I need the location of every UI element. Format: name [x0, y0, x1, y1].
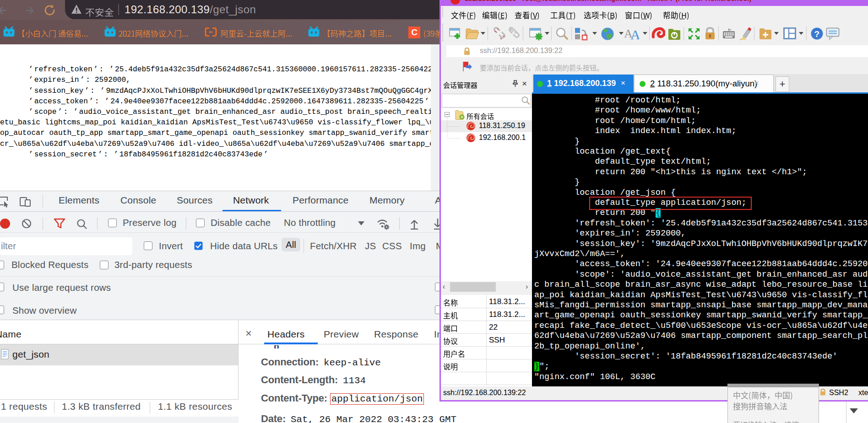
svg-text:A: A	[630, 27, 639, 41]
svg-text:?: ?	[814, 29, 820, 39]
